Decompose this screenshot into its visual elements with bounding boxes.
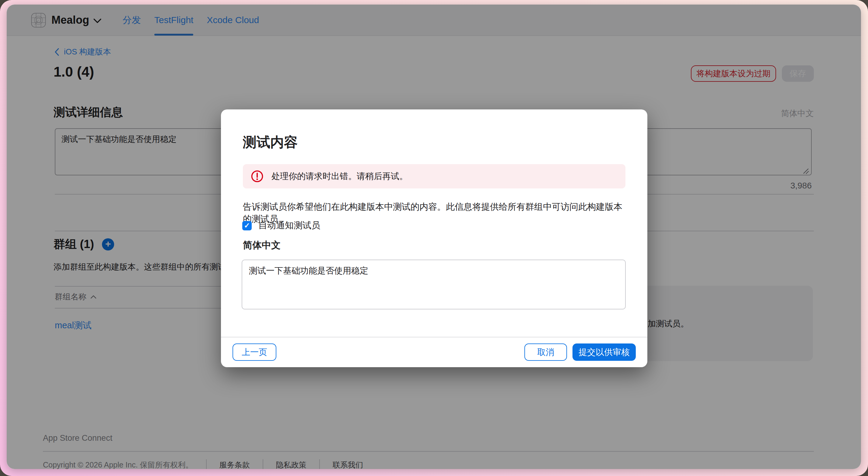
modal-footer-divider — [221, 337, 647, 337]
error-alert: 处理你的请求时出错。请稍后再试。 — [243, 164, 625, 189]
notify-testers-checkbox-row[interactable]: ✓ 自动通知测试员 — [242, 219, 320, 232]
cancel-button[interactable]: 取消 — [524, 343, 567, 361]
error-exclamation-icon — [251, 170, 264, 183]
modal-locale-heading: 简体中文 — [243, 239, 281, 252]
dialog-title: 测试内容 — [243, 133, 298, 151]
test-information-dialog: 测试内容 处理你的请求时出错。请稍后再试。 告诉测试员你希望他们在此构建版本中测… — [221, 109, 647, 367]
desktop-background: Mealog 分发 TestFlight Xcode Cloud iOS 构建版… — [0, 0, 868, 476]
browser-window: Mealog 分发 TestFlight Xcode Cloud iOS 构建版… — [7, 5, 861, 469]
checkmark: ✓ — [244, 221, 250, 230]
checkbox-label: 自动通知测试员 — [258, 219, 320, 232]
error-message: 处理你的请求时出错。请稍后再试。 — [272, 171, 408, 182]
previous-page-button[interactable]: 上一页 — [232, 343, 276, 361]
submit-for-review-button[interactable]: 提交以供审核 — [572, 343, 636, 361]
checkbox-checked-icon[interactable]: ✓ — [242, 221, 252, 230]
test-content-textarea[interactable]: 测试一下基础功能是否使用稳定 — [242, 260, 626, 309]
